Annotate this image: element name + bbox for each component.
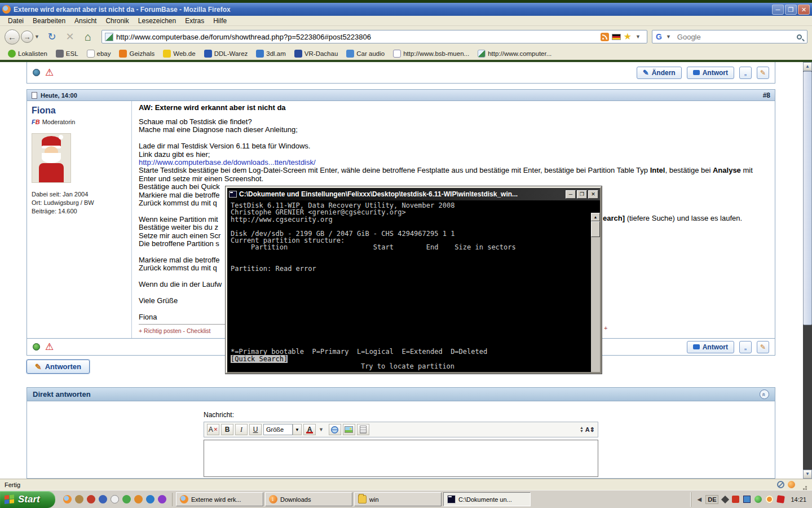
refresh-button[interactable]: ↻ [45, 29, 59, 44]
scroll-down-icon[interactable]: ▼ [803, 470, 812, 479]
menu-item-ansicht[interactable]: Ansicht [70, 16, 101, 25]
quick-launch-icon[interactable] [75, 495, 83, 503]
quick-launch-info-icon[interactable] [111, 495, 119, 503]
scroll-up-icon[interactable]: ▲ [803, 62, 812, 71]
console-scrollbar[interactable]: ▲ ▼ [591, 213, 600, 372]
report-warning-icon[interactable]: ⚠ [45, 342, 54, 352]
back-button[interactable]: ← [5, 29, 20, 45]
bookmark-star-icon[interactable]: ★ [624, 32, 632, 41]
insert-quote-button[interactable] [357, 424, 369, 435]
menu-item-chronik[interactable]: Chronik [101, 16, 133, 25]
task-button-win-folder[interactable]: win [354, 492, 442, 506]
insert-image-button[interactable] [343, 424, 355, 435]
quick-launch-icon[interactable] [122, 495, 131, 503]
quote-button[interactable]: ✎ [757, 341, 769, 353]
console-window[interactable]: C:\Dokumente und Einstellungen\Felixxx\D… [226, 186, 602, 374]
console-scroll-up-icon[interactable]: ▲ [591, 213, 600, 221]
task-button-console[interactable]: C:\Dokumente un... [443, 492, 531, 506]
forward-button[interactable]: → [21, 30, 33, 43]
task-button-downloads[interactable]: Downloads [265, 492, 352, 506]
reply-textarea[interactable] [204, 440, 598, 477]
url-bar[interactable]: ★ ▼ [102, 30, 647, 43]
search-magnifier-icon[interactable] [797, 34, 802, 40]
bookmark-item-caraudio[interactable]: Car audio [343, 49, 388, 58]
scroll-thumb[interactable] [803, 71, 812, 325]
quick-launch-icon[interactable] [99, 495, 107, 503]
tray-language-indicator[interactable]: DE [705, 495, 718, 504]
url-input[interactable] [116, 33, 598, 41]
flagfox-country-icon[interactable] [612, 34, 621, 40]
search-engine-dropdown-icon[interactable]: ▼ [666, 34, 671, 40]
reply-button[interactable]: Antwort [687, 341, 734, 353]
tray-network-icon[interactable] [743, 496, 751, 503]
history-dropdown-icon[interactable]: ▼ [34, 34, 39, 40]
rss-feed-icon[interactable] [601, 33, 609, 41]
bookmark-item-webde[interactable]: Web.de [160, 49, 198, 58]
search-box[interactable]: G ▼ [652, 30, 807, 43]
bookmark-item-esl[interactable]: ESL [52, 49, 82, 58]
editor-fontsize-icon[interactable]: A⇕ [585, 426, 595, 433]
tray-icon[interactable] [732, 496, 739, 503]
bookmark-item-3dlam[interactable]: 3dl.am [253, 49, 289, 58]
menu-item-hilfe[interactable]: Hilfe [209, 16, 231, 25]
reply-button[interactable]: Antwort [687, 67, 734, 79]
menu-item-extras[interactable]: Extras [180, 16, 209, 25]
tray-clock[interactable]: 14:21 [791, 496, 806, 503]
font-color-dropdown-icon[interactable]: ▼ [319, 427, 324, 432]
menu-item-bearbeiten[interactable]: Bearbeiten [28, 16, 70, 25]
resize-grip[interactable] [801, 481, 807, 488]
tray-icon[interactable] [754, 496, 762, 503]
edit-button[interactable]: ✎Ändern [637, 67, 682, 79]
italic-button[interactable]: I [235, 424, 248, 435]
quote-button[interactable]: ✎ [757, 67, 769, 79]
task-button-firefox[interactable]: Externe wird erk... [176, 492, 263, 506]
post-link[interactable]: http://www.computerbase.de/downloads...t… [139, 158, 316, 167]
remove-format-button[interactable]: A✕ [207, 424, 219, 435]
proxy-status-icon[interactable] [788, 481, 795, 488]
quick-launch-icon[interactable] [134, 495, 143, 503]
maximize-button[interactable]: ❐ [785, 5, 797, 15]
menu-item-datei[interactable]: Datei [3, 16, 28, 25]
stop-button[interactable]: ✕ [63, 29, 77, 44]
console-minimize-button[interactable]: ─ [566, 190, 576, 199]
underline-button[interactable]: U [249, 424, 262, 435]
bookmark-item-computerbase[interactable]: http://www.computer... [474, 49, 555, 58]
editor-resize-icon[interactable]: ▲▼ [580, 426, 584, 433]
url-dropdown-icon[interactable]: ▼ [636, 34, 641, 40]
search-input[interactable] [677, 33, 794, 41]
size-dropdown-arrow-icon[interactable]: ▼ [293, 424, 302, 435]
quick-launch-icon[interactable] [158, 495, 166, 503]
console-scroll-thumb[interactable] [591, 221, 600, 237]
close-button[interactable]: ✕ [798, 5, 810, 15]
report-warning-icon[interactable]: ⚠ [45, 68, 54, 77]
tray-chevron-icon[interactable]: ◀ [697, 496, 701, 502]
console-client[interactable]: TestDisk 6.11-WIP, Data Recovery Utility… [227, 200, 600, 372]
quick-launch-icon[interactable] [87, 495, 95, 503]
home-button[interactable]: ⌂ [81, 29, 95, 44]
bookmark-item-ebay[interactable]: ebay [83, 49, 114, 58]
start-button[interactable]: Start [0, 491, 55, 508]
bold-button[interactable]: B [221, 424, 233, 435]
tray-icon[interactable] [766, 496, 773, 503]
font-color-button[interactable]: A [303, 424, 316, 435]
console-selected-option[interactable]: [Quick Search] [231, 355, 288, 363]
console-titlebar[interactable]: C:\Dokumente und Einstellungen\Felixxx\D… [227, 188, 600, 200]
menu-item-lesezeichen[interactable]: Lesezeichen [134, 16, 180, 25]
quick-launch-icon[interactable] [146, 495, 155, 503]
console-close-button[interactable]: ✕ [588, 190, 598, 199]
multiquote-button[interactable]: „ [739, 341, 752, 353]
bookmark-item-geizhals[interactable]: Geizhals [116, 49, 158, 58]
insert-link-button[interactable] [329, 424, 341, 435]
tray-icon[interactable] [777, 495, 785, 503]
tray-icon[interactable] [721, 495, 729, 503]
multiquote-button[interactable]: „ [739, 67, 752, 79]
new-reply-button[interactable]: ✎ Antworten [27, 360, 90, 374]
bookmark-item-bsb[interactable]: http://www.bsb-muen... [390, 49, 473, 58]
author-name[interactable]: Fiona [32, 106, 127, 116]
bookmark-item-vrdachau[interactable]: VR-Dachau [291, 49, 341, 58]
quick-launch-firefox-icon[interactable] [63, 495, 72, 503]
console-maximize-button[interactable]: ❐ [577, 190, 587, 199]
bookmark-item-ddlwarez[interactable]: DDL-Warez [201, 49, 251, 58]
post-number[interactable]: #8 [763, 91, 770, 99]
adblock-status-icon[interactable] [777, 481, 784, 488]
